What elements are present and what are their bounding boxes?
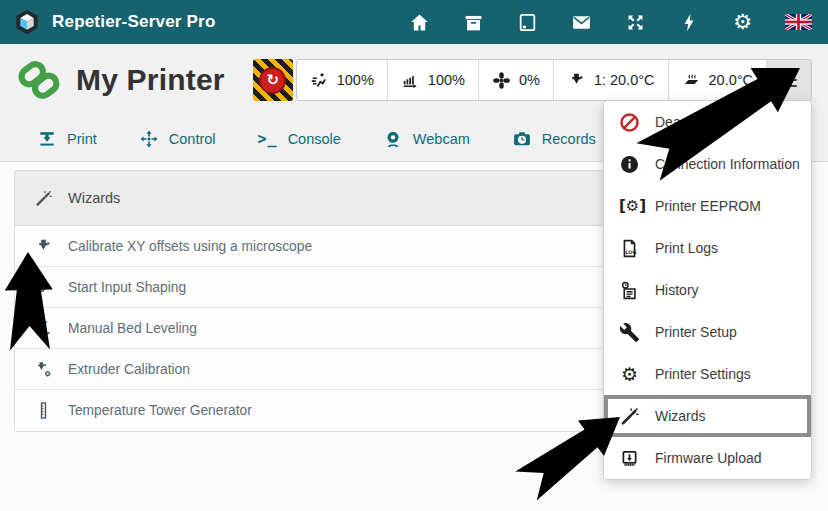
deactivate-icon: [619, 112, 640, 133]
menu-item-history[interactable]: History: [604, 269, 811, 311]
printer-dropdown-menu: Deactivate Connection Information [⚙] Pr…: [603, 100, 812, 480]
tab-print[interactable]: Print: [16, 116, 118, 161]
tab-records[interactable]: Records: [491, 116, 617, 161]
top-navbar: Repetier-Server Pro ⚙: [0, 0, 828, 44]
tab-webcam[interactable]: Webcam: [362, 116, 491, 161]
extruder-nozzle-icon: [567, 71, 586, 90]
webcam-icon: [383, 129, 403, 149]
move-cross-icon: [139, 129, 159, 149]
gear-icon[interactable]: ⚙: [733, 12, 752, 33]
nozzle-icon: [34, 237, 53, 256]
menu-item-firmware-upload[interactable]: Firmware Upload: [604, 437, 811, 479]
panel-title: Wizards: [68, 190, 120, 206]
wrench-icon: [619, 322, 640, 343]
navbar-icons: ⚙: [409, 12, 812, 33]
bolt-icon[interactable]: [679, 12, 700, 33]
eeprom-chip-icon: [⚙]: [619, 197, 640, 215]
flow-icon: [401, 71, 420, 90]
menu-item-connection-information[interactable]: Connection Information: [604, 143, 811, 185]
chain-link-icon: [16, 57, 62, 103]
uk-flag-icon[interactable]: [785, 14, 812, 30]
emergency-stop-icon: ↻: [259, 67, 286, 94]
heated-bed-icon: [682, 71, 701, 90]
flow-value: 100%: [428, 72, 465, 88]
menu-item-wizards[interactable]: Wizards: [604, 395, 811, 437]
fan-status[interactable]: 0%: [479, 60, 554, 100]
magic-wand-icon: [34, 189, 53, 208]
status-group: 100% 100% 0% 1: 20.0°C 20.0°C: [296, 59, 812, 101]
extruder-temp-value: 1: 20.0°C: [594, 72, 655, 88]
fan-value: 0%: [519, 72, 540, 88]
firmware-chip-icon: [619, 448, 640, 469]
angle-icon: ∠: [34, 319, 53, 338]
speed-icon: [310, 71, 329, 90]
fan-icon: [492, 71, 511, 90]
tab-console[interactable]: >_ Console: [237, 116, 362, 161]
menu-item-printer-eeprom[interactable]: [⚙] Printer EEPROM: [604, 185, 811, 227]
nozzle-gear-icon: [34, 360, 53, 379]
magic-wand-icon: [619, 406, 640, 427]
menu-item-deactivate[interactable]: Deactivate: [604, 101, 811, 143]
printer-name: My Printer: [76, 63, 225, 97]
printer-status-toolbar: ↻ 100% 100% 0% 1: 20.0°C: [253, 59, 812, 101]
home-icon[interactable]: [409, 12, 430, 33]
history-icon: [619, 280, 640, 301]
speed-status[interactable]: 100%: [297, 60, 388, 100]
repetier-logo-icon: [14, 9, 40, 35]
flow-status[interactable]: 100%: [388, 60, 479, 100]
archive-box-icon[interactable]: [463, 12, 484, 33]
printer-icon: [37, 129, 57, 149]
menu-item-printer-setup[interactable]: Printer Setup: [604, 311, 811, 353]
camera-records-icon: [512, 129, 532, 149]
mail-icon[interactable]: [571, 12, 592, 33]
log-file-icon: [619, 238, 640, 259]
menu-item-printer-settings[interactable]: ⚙ Printer Settings: [604, 353, 811, 395]
waveform-icon: [34, 278, 53, 297]
menu-item-print-logs[interactable]: Print Logs: [604, 227, 811, 269]
tab-control[interactable]: Control: [118, 116, 237, 161]
console-prompt-icon: >_: [258, 130, 278, 148]
ruler-icon: [34, 401, 53, 420]
app-title: Repetier-Server Pro: [52, 12, 215, 32]
brand[interactable]: Repetier-Server Pro: [14, 9, 215, 35]
info-icon: [619, 154, 640, 175]
speed-value: 100%: [337, 72, 374, 88]
manual-book-icon[interactable]: [517, 12, 538, 33]
extruder-temp-status[interactable]: 1: 20.0°C: [554, 60, 669, 100]
bed-temp-status[interactable]: 20.0°C: [669, 60, 767, 100]
bed-temp-value: 20.0°C: [709, 72, 754, 88]
hamburger-icon: [780, 73, 797, 76]
printer-menu-button[interactable]: [766, 60, 811, 100]
expand-arrows-icon[interactable]: [625, 12, 646, 33]
gear-icon: ⚙: [619, 364, 640, 385]
emergency-stop-button[interactable]: ↻: [253, 59, 293, 101]
